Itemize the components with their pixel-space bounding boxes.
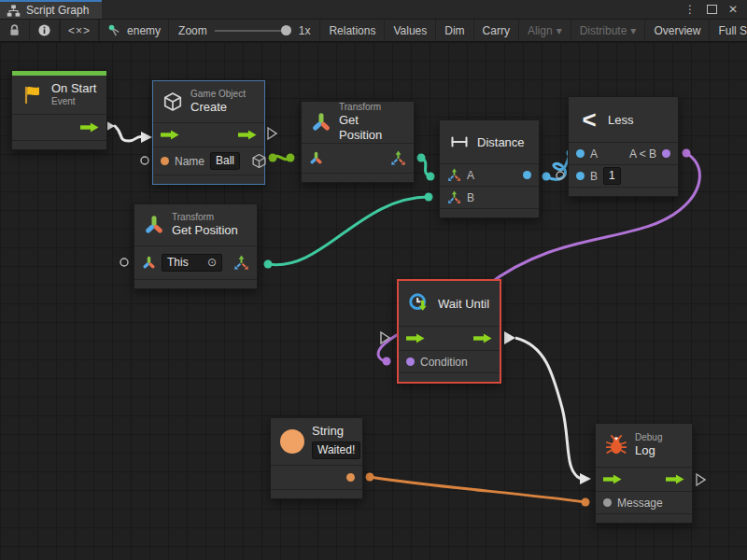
b-value-field[interactable]: 1 [603,167,621,185]
wait-until-clock-icon [408,292,430,315]
condition-input-port[interactable] [406,357,415,366]
edge-string-to-log-message[interactable] [366,473,590,507]
dim-button[interactable]: Dim [435,20,472,41]
node-distance[interactable]: Distance A B [439,119,540,218]
transform-input-port[interactable] [142,256,156,270]
carry-button[interactable]: Carry [473,20,518,41]
edge-waituntil-to-log[interactable] [504,331,591,484]
less-than-icon: < [578,108,600,131]
zoom-slider-handle[interactable] [281,25,291,35]
node-title: Get Position [172,223,238,238]
object-picker-icon[interactable]: ⊙ [207,255,217,271]
node-title: Get Position [339,113,404,144]
overview-button[interactable]: Overview [644,20,709,41]
vector3-input-port-a[interactable] [447,168,461,182]
node-get-position-bottom[interactable]: Transform Get Position This ⊙ [134,203,258,289]
this-field[interactable]: This ⊙ [162,254,222,272]
name-input-port[interactable] [161,157,169,165]
flow-in-port[interactable] [406,333,425,343]
lock-button[interactable] [0,20,30,41]
message-row: Message [596,491,692,513]
edge-getposition2-to-distance-b[interactable] [264,193,433,269]
tab-script-graph[interactable]: Script Graph [0,0,102,19]
float-input-port-b[interactable] [576,172,585,180]
align-button[interactable]: Align ▾ [518,20,571,41]
unconnected-ring-this [120,259,128,266]
flow-in-port[interactable] [161,130,179,140]
bug-icon [605,434,627,456]
output-label: A < B [629,147,656,161]
node-string-literal[interactable]: String Waited! [270,417,363,499]
flow-out-port[interactable] [238,130,257,140]
edge-create-to-getposition[interactable] [269,154,295,162]
input-b-row: B 1 [569,164,678,187]
edge-getposition-to-distance-a[interactable] [417,154,435,181]
transform-input-port[interactable] [309,151,323,165]
unconnected-flow-create-out [268,128,276,139]
full-screen-button[interactable]: Full Screen [709,20,747,41]
value-ports-row: This ⊙ [134,245,257,279]
node-header: Game Object Create [153,81,264,122]
node-on-start-event[interactable]: On Start Event [11,70,107,150]
node-game-object-create[interactable]: Game Object Create Name Ball [152,80,265,185]
float-output-port[interactable] [523,171,531,179]
node-less[interactable]: < Less A A < B B 1 [568,96,679,197]
zoom-control: Zoom 1x [169,20,319,41]
string-value-field[interactable]: Waited! [312,441,360,459]
node-footer [153,175,264,184]
zoom-value: 1x [299,24,311,37]
info-button[interactable] [30,20,60,41]
float-input-port-a[interactable] [576,149,585,158]
vector3-input-port-b[interactable] [447,190,461,204]
flow-out-port[interactable] [80,122,99,133]
breadcrumb[interactable]: enemy [100,20,169,41]
breadcrumb-label: enemy [127,24,161,37]
vector3-output-port[interactable] [390,150,406,166]
node-subtitle: Transform [339,102,404,114]
edge-onstart-to-create[interactable] [104,119,152,143]
node-header: On Start Event [12,76,106,114]
code-view-button[interactable]: <×> [61,20,99,41]
chevron-down-icon: ▾ [630,24,636,37]
zoom-slider[interactable] [215,30,291,32]
node-header: Distance [440,120,539,163]
name-field[interactable]: Ball [210,152,240,170]
lock-icon [7,23,21,37]
string-type-icon [280,429,304,454]
relations-button[interactable]: Relations [319,20,384,41]
script-graph-icon [7,4,21,18]
node-get-position-top[interactable]: Transform Get Position [301,101,415,183]
node-wait-until[interactable]: Wait Until Condition [397,279,501,384]
message-input-port[interactable] [603,498,612,507]
node-footer [399,372,500,382]
node-title: Log [635,443,662,458]
value-ports-row [302,143,414,173]
chevron-down-icon: ▾ [557,24,562,37]
info-icon [37,23,51,37]
close-icon[interactable]: ✕ [728,3,738,16]
string-output-port[interactable] [346,473,355,482]
unconnected-ring-name [141,157,148,164]
transform-icon [144,215,164,235]
output-row [271,465,362,489]
distribute-button[interactable]: Distribute ▾ [571,20,645,41]
values-button[interactable]: Values [384,20,435,41]
flow-out-port[interactable] [666,474,684,484]
window-controls: ⋮ ✕ [684,0,747,19]
graph-canvas[interactable]: On Start Event Game Object Create [0,42,747,560]
node-debug-log[interactable]: Debug Log Message [595,423,693,524]
port-label-a: A [467,169,474,182]
maximize-icon[interactable] [707,5,717,14]
name-port-label: Name [175,155,204,168]
vector3-output-port[interactable] [233,255,249,271]
node-header: < Less [569,97,678,142]
flow-out-port[interactable] [473,333,492,343]
transform-icon [311,112,331,133]
node-header: Wait Until [399,281,500,326]
tab-title: Script Graph [26,4,89,17]
flow-in-port[interactable] [603,474,622,484]
window-menu-icon[interactable]: ⋮ [684,3,696,16]
game-object-output-port[interactable] [251,153,267,169]
bool-output-port[interactable] [662,149,670,158]
toolbar-buttons: Relations Values Dim Carry Align ▾ Distr… [319,20,747,41]
